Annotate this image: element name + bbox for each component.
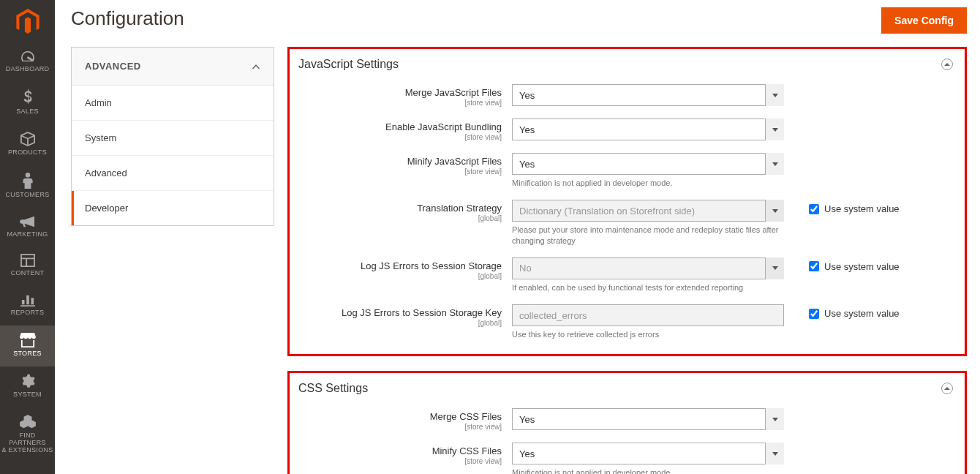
megaphone-icon xyxy=(20,215,36,228)
note-minify-js: Minification is not applied in developer… xyxy=(512,178,784,188)
scope-badge: [store view] xyxy=(298,99,502,107)
panel-title: CSS Settings xyxy=(298,382,368,395)
config-tab-advanced[interactable]: Advanced xyxy=(72,156,274,191)
sidenav: DASHBOARD SALES PRODUCTS CUSTOMERS MARKE… xyxy=(0,0,55,474)
note-translation: Please put your store into maintenance m… xyxy=(512,225,784,246)
checkbox-use-system-translation[interactable] xyxy=(809,204,819,214)
gear-icon xyxy=(20,374,35,388)
collapse-icon[interactable] xyxy=(941,383,953,394)
nav-sales[interactable]: SALES xyxy=(0,82,55,124)
store-icon xyxy=(20,333,36,347)
save-config-button[interactable]: Save Config xyxy=(881,7,967,34)
label-merge-js: Merge JavaScript Files xyxy=(298,87,502,98)
dollar-icon xyxy=(23,89,33,105)
note-minify-css: Minification is not applied in developer… xyxy=(512,467,784,474)
note-log-key: Use this key to retrieve collected js er… xyxy=(512,329,784,339)
nav-customers[interactable]: CUSTOMERS xyxy=(0,165,55,208)
config-tab-group-advanced[interactable]: ADVANCED xyxy=(72,48,274,86)
scope-badge: [store view] xyxy=(298,457,502,465)
label-use-system[interactable]: Use system value xyxy=(824,261,900,272)
nav-system[interactable]: SYSTEM xyxy=(0,366,55,407)
label-minify-js: Minify JavaScript Files xyxy=(298,156,502,167)
nav-products[interactable]: PRODUCTS xyxy=(0,124,55,165)
label-bundle-js: Enable JavaScript Bundling xyxy=(298,121,502,132)
scope-badge: [store view] xyxy=(298,423,502,431)
gauge-icon xyxy=(20,50,36,63)
layout-icon xyxy=(20,254,35,267)
config-tab-developer[interactable]: Developer xyxy=(72,191,274,225)
checkbox-use-system-log-key[interactable] xyxy=(809,309,819,319)
person-icon xyxy=(23,173,33,189)
scope-badge: [global] xyxy=(298,272,502,280)
nav-dashboard[interactable]: DASHBOARD xyxy=(0,42,55,82)
select-translation xyxy=(512,200,784,222)
panel-javascript-settings: JavaScript Settings Merge JavaScript Fil… xyxy=(287,47,967,356)
label-log-key: Log JS Errors to Session Storage Key xyxy=(298,307,502,318)
config-tab-system[interactable]: System xyxy=(72,121,274,156)
select-merge-css[interactable] xyxy=(512,408,784,430)
magento-logo-icon xyxy=(15,9,41,35)
note-log-errors: If enabled, can be used by functional te… xyxy=(512,282,784,293)
scope-badge: [store view] xyxy=(298,168,502,176)
checkbox-use-system-log-errors[interactable] xyxy=(809,261,819,271)
nav-stores[interactable]: STORES xyxy=(0,326,55,366)
cubes-icon xyxy=(20,415,36,429)
box-icon xyxy=(20,132,36,146)
panel-title: JavaScript Settings xyxy=(298,58,399,71)
scope-badge: [global] xyxy=(298,319,502,327)
nav-marketing[interactable]: MARKETING xyxy=(0,208,55,247)
panel-css-settings: CSS Settings Merge CSS Files [store view… xyxy=(287,371,967,474)
label-use-system[interactable]: Use system value xyxy=(824,203,900,214)
label-merge-css: Merge CSS Files xyxy=(298,411,502,422)
bar-chart-icon xyxy=(20,293,35,306)
nav-partners[interactable]: FIND PARTNERS & EXTENSIONS xyxy=(0,407,55,463)
label-translation: Translation Strategy xyxy=(298,203,502,214)
nav-reports[interactable]: REPORTS xyxy=(0,286,55,326)
select-log-errors xyxy=(512,257,784,279)
select-minify-css[interactable] xyxy=(512,443,784,464)
scope-badge: [store view] xyxy=(298,133,502,141)
select-bundle-js[interactable] xyxy=(512,118,784,140)
select-minify-js[interactable] xyxy=(512,153,784,175)
label-use-system[interactable]: Use system value xyxy=(824,308,900,319)
config-tab-admin[interactable]: Admin xyxy=(72,86,274,121)
label-minify-css: Minify CSS Files xyxy=(298,445,502,456)
collapse-icon[interactable] xyxy=(941,59,953,70)
select-merge-js[interactable] xyxy=(512,84,784,106)
input-log-key xyxy=(512,304,784,326)
label-log-errors: Log JS Errors to Session Storage xyxy=(298,260,502,271)
nav-content[interactable]: CONTENT xyxy=(0,247,55,286)
scope-badge: [global] xyxy=(298,214,502,222)
chevron-up-icon xyxy=(252,64,260,69)
config-tabs: ADVANCED Admin System Advanced Developer xyxy=(71,47,274,226)
page-title: Configuration xyxy=(71,7,184,30)
